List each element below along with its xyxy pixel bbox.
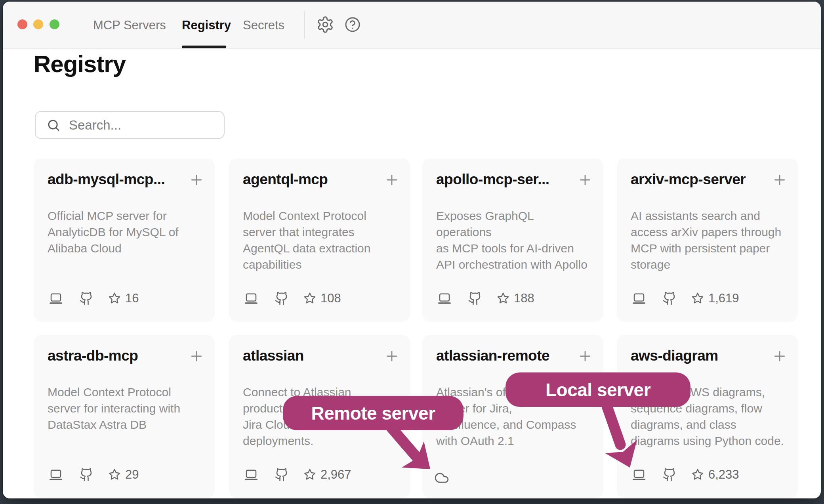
server-name: astra-db-mcp [48,347,138,364]
desktop-backdrop: MCP Servers Registry Secrets Registry [0,0,824,504]
server-name: atlassian-remote [436,347,549,364]
laptop-icon [244,291,258,305]
card-footer: 188 [437,290,591,306]
add-server-button[interactable] [384,172,400,188]
gear-icon [316,15,335,34]
server-description: Exposes GraphQL operations as MCP tools … [436,208,592,273]
help-button[interactable] [344,15,363,34]
plus-icon [577,348,593,364]
add-server-button[interactable] [772,172,788,188]
card-footer: 29 [49,467,203,483]
server-name: adb-mysql-mcp... [48,171,165,188]
search-box[interactable] [35,111,225,139]
server-card[interactable]: astra-db-mcp Model Context Protocol serv… [34,335,215,498]
star-icon [691,468,704,481]
server-description: AI assistants search and access arXiv pa… [631,208,787,273]
server-name: atlassian [243,347,304,364]
card-footer: 1,619 [632,290,786,306]
cloud-icon [434,470,449,485]
card-footer: 16 [49,290,203,306]
plus-icon [772,348,788,364]
star-count: 16 [125,291,139,305]
card-footer: 108 [244,290,398,306]
star-count: 2,967 [320,468,351,482]
tab-secrets[interactable]: Secrets [243,2,284,49]
search-icon [47,118,60,132]
local-server-callout: Local server [505,372,690,407]
active-tab-indicator [182,46,226,48]
plus-icon [384,348,400,364]
github-icon[interactable] [662,468,677,482]
laptop-icon [49,468,63,482]
close-window-button[interactable] [17,19,27,29]
server-name: arxiv-mcp-server [631,171,746,188]
server-card[interactable]: arxiv-mcp-server AI assistants search an… [617,158,798,322]
github-icon[interactable] [79,468,93,482]
card-footer: 6,233 [632,467,786,483]
card-footer: 2,967 [244,467,398,483]
star-count: 108 [320,291,341,305]
plus-icon [577,172,593,188]
plus-icon [189,348,204,364]
github-icon[interactable] [662,291,677,305]
laptop-icon [437,291,452,305]
star-count: 1,619 [708,291,739,305]
titlebar[interactable]: MCP Servers Registry Secrets [3,2,821,49]
server-card[interactable]: adb-mysql-mcp... Official MCP server for… [34,158,215,322]
add-server-button[interactable] [189,348,204,364]
minimize-window-button[interactable] [33,19,43,29]
server-name: apollo-mcp-ser... [436,171,549,188]
server-card[interactable]: agentql-mcp Model Context Protocol serve… [229,158,410,322]
star-icon [108,468,121,481]
server-description: Model Context Protocol server that integ… [243,208,399,273]
github-icon[interactable] [275,291,289,305]
zoom-window-button[interactable] [50,19,59,29]
star-icon [303,292,317,305]
star-icon [303,468,317,481]
titlebar-divider [304,11,305,39]
laptop-icon [632,291,646,305]
star-count: 188 [514,291,534,305]
add-server-button[interactable] [577,348,593,364]
server-description: Model Context Protocol server for intera… [48,384,204,433]
star-count: 29 [125,468,139,482]
plus-icon [189,172,204,188]
server-description: Official MCP server for AnalyticDB for M… [48,208,204,256]
github-icon[interactable] [79,291,93,305]
star-icon [496,292,510,305]
card-footer [437,467,591,483]
server-card[interactable]: apollo-mcp-ser... Exposes GraphQL operat… [422,158,603,322]
laptop-icon [49,291,63,305]
github-icon[interactable] [275,468,289,482]
search-input[interactable] [69,118,219,133]
star-icon [108,292,121,305]
help-icon [344,16,363,33]
server-name: agentql-mcp [243,171,328,188]
tab-mcp-servers[interactable]: MCP Servers [93,2,166,49]
tab-registry[interactable]: Registry [182,2,231,49]
add-server-button[interactable] [384,348,400,364]
github-icon[interactable] [468,291,482,305]
add-server-button[interactable] [189,172,204,188]
remote-server-callout: Remote server [283,396,464,430]
add-server-button[interactable] [772,348,788,364]
page-title: Registry [34,50,126,78]
add-server-button[interactable] [577,172,593,188]
server-card[interactable]: aws-diagram Generate AWS diagrams, seque… [617,335,798,498]
star-count: 6,233 [708,468,739,482]
star-icon [691,292,704,305]
laptop-icon [632,468,646,482]
plus-icon [772,172,788,188]
settings-button[interactable] [316,15,335,34]
plus-icon [384,172,400,188]
laptop-icon [244,468,258,482]
server-name: aws-diagram [631,347,718,364]
